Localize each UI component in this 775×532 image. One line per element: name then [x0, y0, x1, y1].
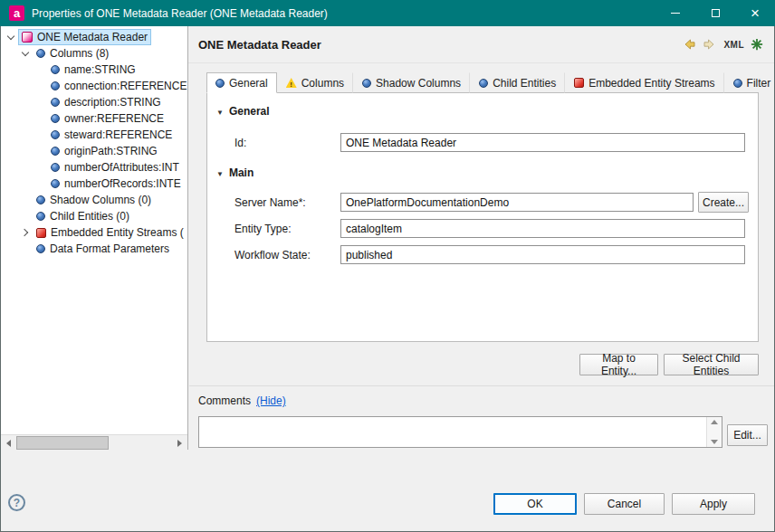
entity-type-input[interactable]	[340, 219, 745, 238]
panel-header: ONE Metadata Reader XML	[188, 26, 774, 63]
header-toolbar: XML	[682, 37, 774, 52]
blue-dot-icon	[362, 79, 371, 88]
entity-red-icon	[574, 78, 584, 88]
metadata-tree: ONE Metadata Reader Columns (8) name:STR…	[1, 26, 188, 450]
comments-header: Comments (Hide)	[198, 394, 286, 407]
tab-bar: General Columns Shadow Columns Child Ent…	[206, 72, 775, 93]
blue-dot-icon	[36, 244, 45, 253]
main-section-header[interactable]: Main	[216, 166, 254, 179]
tree-item-one-metadata-reader[interactable]: ONE Metadata Reader	[1, 29, 187, 45]
tree-item-shadow-columns-0[interactable]: Shadow Columns (0)	[1, 192, 187, 208]
blue-dot-icon	[36, 49, 45, 58]
apply-button[interactable]: Apply	[672, 493, 755, 515]
blue-dot-icon	[51, 98, 60, 107]
tree-chevron-icon[interactable]	[18, 52, 33, 55]
id-input[interactable]	[340, 133, 745, 152]
server-name-label: Server Name*:	[234, 196, 306, 209]
blue-dot-icon	[51, 147, 60, 156]
id-label: Id:	[234, 137, 246, 149]
minimize-button[interactable]	[655, 0, 695, 26]
close-icon	[751, 5, 760, 21]
blue-dot-icon	[51, 65, 60, 74]
hide-comments-link[interactable]: (Hide)	[256, 394, 286, 407]
blue-dot-icon	[215, 79, 225, 88]
tab-child-entities[interactable]: Child Entities	[470, 72, 565, 93]
workflow-state-label: Workflow State:	[234, 249, 311, 261]
comments-separator	[189, 385, 774, 386]
tree-item-numberofrecords-inte[interactable]: numberOfRecords:INTE	[1, 176, 187, 192]
ok-button[interactable]: OK	[493, 493, 577, 515]
app-logo-icon: a	[9, 5, 24, 21]
refresh-sparkle-button[interactable]	[751, 38, 763, 51]
scroll-thumb[interactable]	[16, 436, 109, 450]
entity-type-label: Entity Type:	[234, 223, 291, 235]
edit-comments-button[interactable]: Edit...	[727, 424, 768, 446]
blue-dot-icon	[733, 79, 742, 88]
tab-filter[interactable]: Filter	[724, 72, 775, 93]
entity-magenta-icon	[22, 32, 33, 43]
window-title: Properties of ONE Metadata Reader (ONE M…	[32, 7, 328, 20]
scroll-right-button[interactable]	[172, 435, 187, 450]
blue-dot-icon	[36, 195, 45, 204]
collapse-arrow-icon	[216, 105, 224, 118]
close-button[interactable]	[735, 0, 775, 26]
server-name-input[interactable]	[340, 193, 694, 212]
back-arrow-icon	[682, 37, 696, 52]
entity-red-icon	[36, 228, 46, 238]
minimize-icon	[671, 13, 680, 14]
tree-item-child-entities-0[interactable]: Child Entities (0)	[1, 208, 187, 224]
blue-dot-icon	[36, 212, 45, 221]
tree-item-steward-reference[interactable]: steward:REFERENCE	[1, 127, 187, 143]
tab-shadow-columns[interactable]: Shadow Columns	[353, 72, 470, 93]
tab-general[interactable]: General	[206, 72, 277, 93]
scroll-left-icon	[6, 440, 11, 447]
tree-item-data-format-parameters[interactable]: Data Format Parameters	[1, 241, 187, 257]
map-to-entity-button[interactable]: Map to Entity...	[579, 354, 658, 375]
titlebar: a Properties of ONE Metadata Reader (ONE…	[0, 0, 775, 26]
general-section-header[interactable]: General	[216, 105, 270, 118]
select-child-entities-button[interactable]: Select Child Entities	[664, 354, 759, 375]
tree-item-embedded-entity-streams[interactable]: Embedded Entity Streams (	[1, 224, 187, 241]
workflow-state-input[interactable]	[340, 245, 745, 264]
forward-arrow-icon	[703, 37, 717, 52]
cancel-button[interactable]: Cancel	[584, 493, 665, 515]
tree-chevron-icon[interactable]	[18, 230, 33, 235]
tree-item-description-string[interactable]: description:STRING	[1, 94, 187, 110]
tree-item-originpath-string[interactable]: originPath:STRING	[1, 143, 187, 159]
scroll-left-button[interactable]	[1, 435, 16, 450]
comments-scrollbar[interactable]	[706, 417, 722, 447]
tree-item-columns-8[interactable]: Columns (8)	[1, 45, 187, 62]
blue-dot-icon	[51, 81, 60, 90]
xml-view-button[interactable]: XML	[723, 40, 744, 50]
tab-embedded-entity-streams[interactable]: Embedded Entity Streams	[565, 72, 723, 93]
blue-dot-icon	[51, 179, 60, 188]
tree-item-owner-reference[interactable]: owner:REFERENCE	[1, 110, 187, 127]
back-button[interactable]	[682, 37, 696, 52]
tree-horizontal-scrollbar[interactable]	[1, 434, 187, 450]
tree-item-name-string[interactable]: name:STRING	[1, 62, 187, 78]
tree-item-numberofattributes-int[interactable]: numberOfAttributes:INT	[1, 159, 187, 176]
general-tab-panel: General Id: Main Server Name*: Create...…	[206, 92, 759, 342]
maximize-button[interactable]	[695, 0, 735, 26]
create-button[interactable]: Create...	[698, 192, 749, 213]
page-title: ONE Metadata Reader	[198, 38, 321, 52]
help-button[interactable]: ?	[8, 494, 25, 511]
blue-dot-icon	[479, 79, 488, 88]
section-title: General	[229, 105, 270, 118]
warning-icon	[286, 78, 297, 88]
tab-columns[interactable]: Columns	[277, 72, 353, 93]
metadata-tree-items: ONE Metadata Reader Columns (8) name:STR…	[1, 29, 187, 434]
scroll-down-icon[interactable]	[711, 440, 718, 444]
scroll-right-icon	[177, 440, 182, 447]
blue-dot-icon	[51, 163, 60, 172]
tree-chevron-icon[interactable]	[4, 35, 18, 39]
comments-textarea[interactable]	[198, 416, 722, 448]
help-icon: ?	[14, 497, 20, 509]
collapse-arrow-icon	[216, 166, 224, 179]
forward-button[interactable]	[703, 37, 717, 52]
scroll-up-icon[interactable]	[711, 420, 718, 424]
blue-dot-icon	[51, 114, 60, 123]
tree-item-connection-reference[interactable]: connection:REFERENCE	[1, 78, 187, 94]
section-title: Main	[229, 166, 254, 179]
properties-dialog: a Properties of ONE Metadata Reader (ONE…	[0, 0, 775, 532]
